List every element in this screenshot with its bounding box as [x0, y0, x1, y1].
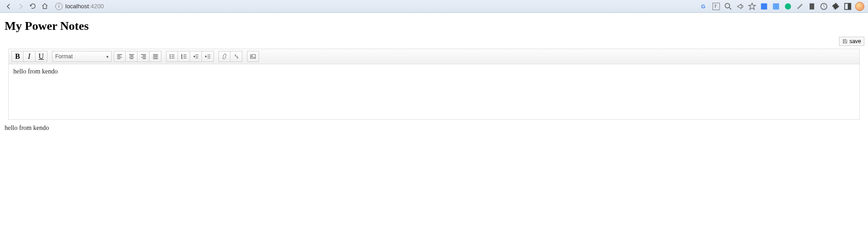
- reload-button[interactable]: [28, 1, 38, 11]
- save-label: save: [850, 38, 861, 45]
- svg-text:3: 3: [181, 57, 182, 59]
- ext-icon-1[interactable]: [759, 2, 769, 11]
- panel-icon[interactable]: [843, 2, 852, 11]
- editor: B I U Format 123: [8, 49, 860, 120]
- site-info-icon[interactable]: i: [55, 3, 63, 10]
- svg-point-5: [785, 3, 791, 9]
- ext-icon-6[interactable]: [819, 2, 828, 11]
- page-title: My Power Notes: [5, 19, 864, 33]
- align-center-button[interactable]: [126, 51, 138, 62]
- save-button[interactable]: save: [839, 37, 864, 46]
- unlink-button[interactable]: [230, 51, 242, 62]
- svg-point-12: [170, 58, 171, 59]
- browser-toolbar: i localhost:4200 G: [0, 0, 868, 13]
- format-dropdown[interactable]: Format: [52, 51, 112, 62]
- ext-icon-3[interactable]: [783, 2, 793, 11]
- ext-icon-5[interactable]: [807, 2, 816, 11]
- image-button[interactable]: [247, 51, 259, 62]
- svg-rect-4: [773, 3, 779, 9]
- ext-icon-2[interactable]: [771, 2, 781, 11]
- browser-actions: G: [700, 2, 864, 11]
- align-left-button[interactable]: [114, 51, 126, 62]
- underline-button[interactable]: U: [35, 51, 47, 62]
- svg-point-11: [170, 56, 171, 57]
- home-button[interactable]: [40, 1, 50, 11]
- address-bar[interactable]: i localhost:4200: [55, 3, 104, 10]
- svg-point-10: [170, 55, 171, 56]
- profile-avatar[interactable]: [855, 2, 864, 11]
- star-icon[interactable]: [747, 2, 757, 11]
- outdent-button[interactable]: [190, 51, 202, 62]
- page-content: My Power Notes save B I U Format: [0, 13, 868, 135]
- align-right-button[interactable]: [138, 51, 149, 62]
- unordered-list-button[interactable]: [166, 51, 178, 62]
- translate-icon[interactable]: [712, 2, 721, 11]
- share-icon[interactable]: [736, 2, 745, 11]
- insert-group: [247, 51, 259, 62]
- indent-button[interactable]: [202, 51, 214, 62]
- format-label: Format: [55, 53, 73, 60]
- url-host: localhost: [65, 3, 89, 10]
- ordered-list-button[interactable]: 123: [178, 51, 190, 62]
- svg-text:G: G: [701, 3, 705, 9]
- editor-toolbar: B I U Format 123: [9, 49, 859, 64]
- italic-button[interactable]: I: [23, 51, 35, 62]
- link-group: [218, 51, 242, 62]
- url-port: :4200: [89, 3, 104, 10]
- save-icon: [842, 39, 848, 44]
- link-button[interactable]: [218, 51, 230, 62]
- svg-rect-9: [848, 3, 851, 9]
- zoom-icon[interactable]: [724, 2, 733, 11]
- back-button[interactable]: [4, 1, 14, 11]
- google-icon[interactable]: G: [700, 2, 709, 11]
- svg-point-2: [725, 3, 730, 8]
- forward-button[interactable]: [16, 1, 26, 11]
- output-text: hello from kendo: [5, 124, 864, 132]
- save-row: save: [4, 37, 864, 46]
- editor-content[interactable]: hello from kendo: [9, 64, 859, 119]
- svg-rect-6: [810, 3, 814, 9]
- svg-rect-1: [713, 3, 720, 10]
- extensions-icon[interactable]: [831, 2, 840, 11]
- svg-rect-3: [761, 3, 767, 9]
- ext-icon-4[interactable]: [795, 2, 805, 11]
- list-group: 123: [166, 51, 214, 62]
- bold-button[interactable]: B: [11, 51, 23, 62]
- align-justify-button[interactable]: [149, 51, 161, 62]
- align-group: [114, 51, 161, 62]
- font-style-group: B I U: [11, 51, 47, 62]
